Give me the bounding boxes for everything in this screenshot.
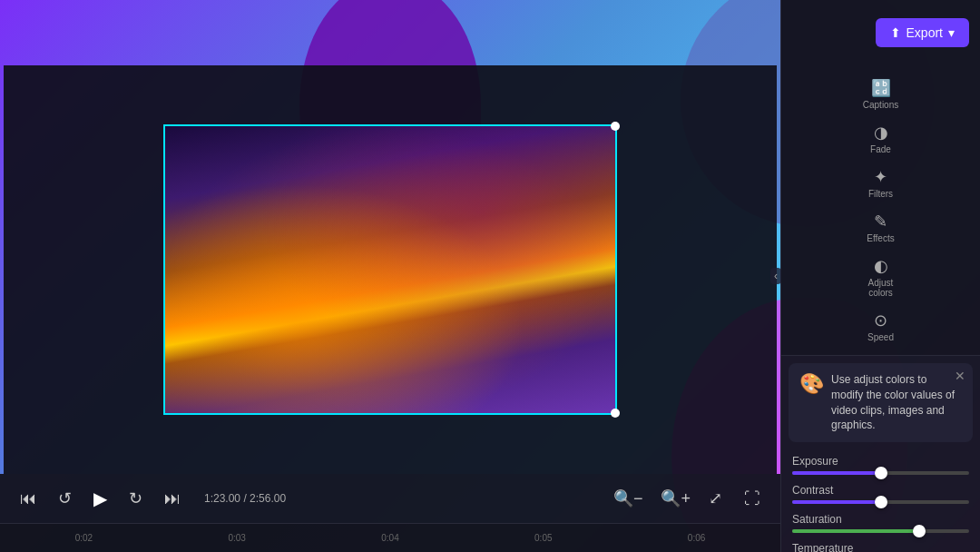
right-panel: ⬆ Export ▾ 🔡 Captions ◑ Fade ✦ Filters ✎… [780, 0, 980, 552]
sidebar-item-speed[interactable]: ⊙ Speed [856, 305, 906, 348]
export-label: Export [906, 25, 943, 40]
zoom-in-icon: 🔍+ [661, 488, 691, 508]
sidebar-item-adjust-colors[interactable]: ◐ Adjust colors [856, 251, 906, 303]
exposure-label: Exposure [792, 455, 969, 468]
sidebar-item-captions[interactable]: 🔡 Captions [856, 73, 906, 115]
video-frame [163, 124, 617, 415]
zoom-in-button[interactable]: 🔍+ [655, 485, 696, 512]
handle-bottom-right[interactable] [611, 409, 620, 418]
speed-label: Speed [867, 332, 894, 342]
timeline-mark: 0:03 [161, 533, 314, 543]
filters-label: Filters [868, 189, 893, 199]
saturation-slider[interactable] [792, 529, 969, 533]
fast-forward-button[interactable]: ↻ [123, 485, 148, 512]
adjust-colors-label: Adjust colors [859, 278, 903, 298]
timeline-mark: 0:06 [620, 533, 773, 543]
upload-icon: ⬆ [890, 25, 901, 40]
contrast-label: Contrast [792, 484, 969, 497]
timeline-mark: 0:02 [7, 533, 161, 543]
chevron-down-icon: ▾ [948, 25, 955, 40]
fullscreen-icon: ⛶ [744, 489, 760, 508]
cc-icon: 🔡 [871, 78, 891, 98]
play-icon: ▶ [93, 488, 107, 509]
skip-forward-icon: ⏭ [164, 489, 181, 508]
tooltip-text: Use adjust colors to modify the color va… [831, 372, 962, 433]
zoom-out-button[interactable]: 🔍− [608, 485, 649, 512]
contrast-slider[interactable] [792, 500, 969, 504]
timeline-marks: 0:02 0:03 0:04 0:05 0:06 [7, 533, 773, 543]
filter-icon: ✦ [874, 167, 887, 187]
effects-label: Effects [867, 233, 894, 243]
fast-forward-icon: ↻ [129, 488, 142, 508]
temperature-label: Temperature [792, 542, 969, 552]
rewind-icon: ↺ [58, 488, 72, 508]
zoom-out-icon: 🔍− [613, 488, 643, 508]
adjust-colors-icon: ◐ [874, 256, 888, 276]
contrast-row: Contrast [781, 478, 980, 508]
video-preview [4, 65, 777, 474]
saturation-fill [792, 529, 919, 533]
temperature-row: Temperature [781, 537, 980, 552]
sidebar-icons: 🔡 Captions ◑ Fade ✦ Filters ✎ Effects ◐ … [781, 65, 980, 356]
effects-icon: ✎ [874, 212, 887, 232]
exposure-thumb[interactable] [875, 467, 887, 479]
tooltip-emoji: 🎨 [799, 372, 824, 433]
exposure-row: Exposure [781, 449, 980, 478]
sidebar-item-effects[interactable]: ✎ Effects [856, 206, 906, 249]
sidebar-item-fade[interactable]: ◑ Fade [856, 117, 906, 160]
contrast-fill [792, 500, 881, 504]
export-button[interactable]: ⬆ Export ▾ [876, 18, 969, 47]
tooltip-close-button[interactable]: ✕ [955, 369, 965, 383]
color-panel: ‹ 🎨 Use adjust colors to modify the colo… [781, 356, 980, 552]
timeline[interactable]: 0:02 0:03 0:04 0:05 0:06 [0, 523, 780, 552]
controls-bar: ⏮ ↺ ▶ ↻ ⏭ 1:23.00 / 2:56.00 🔍− [0, 474, 780, 523]
exposure-fill [792, 471, 881, 475]
video-thumbnail [165, 126, 615, 413]
fullscreen-button[interactable]: ⛶ [739, 486, 766, 512]
exposure-slider[interactable] [792, 471, 969, 475]
rewind-button[interactable]: ↺ [53, 485, 77, 512]
editor-area: ⏮ ↺ ▶ ↻ ⏭ 1:23.00 / 2:56.00 🔍− [0, 0, 780, 552]
captions-label: Captions [863, 100, 898, 110]
fit-icon: ⤢ [709, 488, 722, 508]
zoom-controls: 🔍− 🔍+ ⤢ [608, 485, 728, 512]
saturation-row: Saturation [781, 508, 980, 537]
speed-icon: ⊙ [874, 310, 887, 330]
saturation-thumb[interactable] [913, 525, 926, 537]
timeline-mark: 0:04 [314, 533, 467, 543]
total-time: 2:56.00 [250, 492, 286, 505]
skip-back-icon: ⏮ [20, 489, 36, 508]
export-area: ⬆ Export ▾ [781, 0, 980, 65]
fit-button[interactable]: ⤢ [703, 485, 728, 512]
tooltip-box: 🎨 Use adjust colors to modify the color … [789, 363, 973, 442]
skip-back-button[interactable]: ⏮ [15, 486, 42, 512]
fade-label: Fade [870, 144, 891, 154]
top-bar [0, 0, 780, 65]
fade-icon: ◑ [874, 123, 888, 143]
handle-top-right[interactable] [611, 122, 620, 131]
skip-forward-button[interactable]: ⏭ [159, 486, 186, 512]
timeline-mark: 0:05 [466, 533, 620, 543]
play-button[interactable]: ▶ [88, 484, 113, 513]
saturation-label: Saturation [792, 513, 969, 526]
time-display: 1:23.00 / 2:56.00 [204, 492, 286, 505]
main-container: ⏮ ↺ ▶ ↻ ⏭ 1:23.00 / 2:56.00 🔍− [0, 0, 980, 552]
current-time: 1:23.00 [204, 492, 240, 505]
contrast-thumb[interactable] [875, 496, 887, 508]
sidebar-item-filters[interactable]: ✦ Filters [856, 162, 906, 204]
